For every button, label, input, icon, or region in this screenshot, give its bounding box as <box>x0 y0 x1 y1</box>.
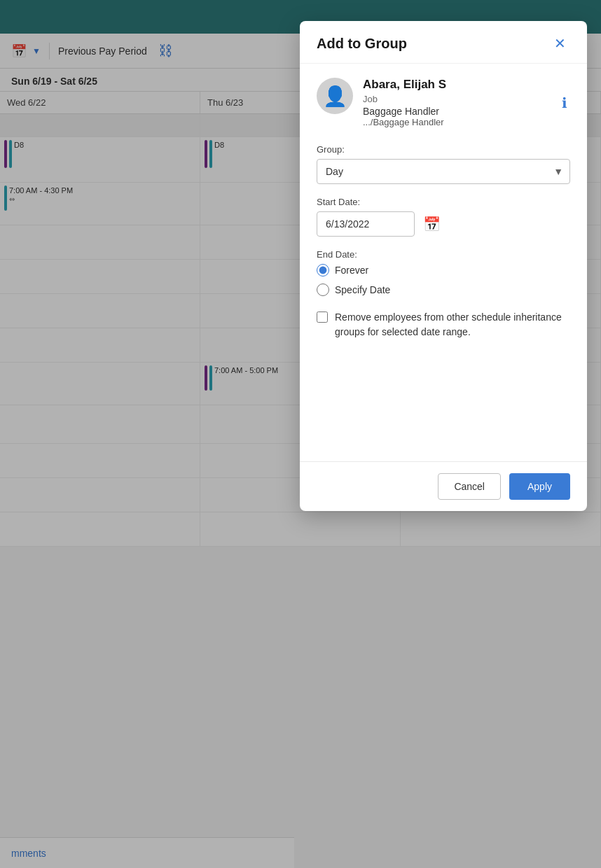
employee-job-title: Baggage Handler <box>363 106 549 117</box>
modal-title: Add to Group <box>317 36 407 52</box>
employee-job-path: .../Baggage Handler <box>363 117 549 127</box>
group-field: Group: Day Night Weekend Custom ▼ <box>317 144 570 184</box>
radio-item-forever[interactable]: Forever <box>317 264 570 276</box>
end-date-radio-group: Forever Specify Date <box>317 264 570 296</box>
remove-employees-checkbox[interactable] <box>317 312 328 323</box>
calendar-picker-button[interactable]: 📅 <box>420 213 443 235</box>
end-date-label: End Date: <box>317 249 570 260</box>
remove-employees-checkbox-item: Remove employees from other schedule inh… <box>317 310 570 340</box>
date-input-row: 📅 <box>317 211 570 237</box>
modal-body: 👤 Abara, Elijah S Job Baggage Handler ..… <box>300 64 587 461</box>
radio-forever-label: Forever <box>335 265 368 276</box>
employee-details: Abara, Elijah S Job Baggage Handler .../… <box>363 78 549 127</box>
add-to-group-modal: Add to Group ✕ 👤 Abara, Elijah S Job Bag… <box>300 21 587 511</box>
group-select-wrapper: Day Night Weekend Custom ▼ <box>317 159 570 184</box>
group-label: Group: <box>317 144 570 155</box>
end-date-field: End Date: Forever Specify Date <box>317 249 570 296</box>
modal-overlay: Add to Group ✕ 👤 Abara, Elijah S Job Bag… <box>0 0 601 868</box>
apply-button[interactable]: Apply <box>509 473 570 500</box>
employee-job-label: Job <box>363 94 549 104</box>
group-select[interactable]: Day Night Weekend Custom <box>317 159 570 184</box>
modal-header: Add to Group ✕ <box>300 21 587 64</box>
remove-employees-label: Remove employees from other schedule inh… <box>335 310 570 340</box>
modal-close-button[interactable]: ✕ <box>550 35 570 52</box>
radio-specify[interactable] <box>317 284 329 296</box>
radio-specify-label: Specify Date <box>335 284 390 295</box>
cancel-button[interactable]: Cancel <box>438 473 501 500</box>
avatar: 👤 <box>317 78 353 114</box>
radio-item-specify[interactable]: Specify Date <box>317 284 570 296</box>
radio-forever[interactable] <box>317 264 329 276</box>
start-date-field: Start Date: 📅 <box>317 197 570 237</box>
avatar-icon: 👤 <box>323 85 347 108</box>
modal-footer: Cancel Apply <box>300 461 587 511</box>
start-date-input[interactable] <box>317 211 415 237</box>
start-date-label: Start Date: <box>317 197 570 207</box>
employee-info-button[interactable]: ℹ <box>559 92 570 114</box>
employee-info-section: 👤 Abara, Elijah S Job Baggage Handler ..… <box>317 78 570 127</box>
employee-name: Abara, Elijah S <box>363 78 549 92</box>
